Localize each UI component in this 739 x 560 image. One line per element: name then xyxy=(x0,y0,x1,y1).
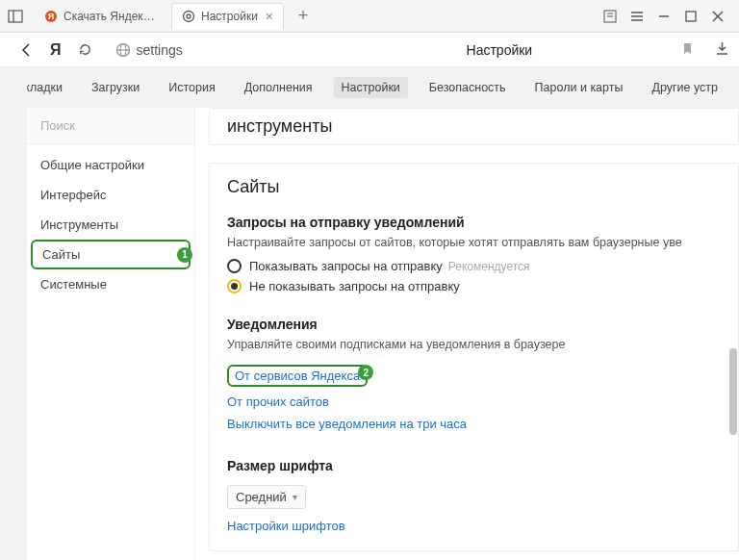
svg-text:Я: Я xyxy=(48,12,54,21)
link-other-sites[interactable]: От прочих сайтов xyxy=(227,395,329,409)
download-icon[interactable] xyxy=(715,41,729,59)
new-tab-button[interactable]: + xyxy=(292,5,315,28)
sidebar-item-label: Сайты xyxy=(42,247,80,262)
search-input[interactable]: Поиск xyxy=(27,108,194,144)
close-button[interactable] xyxy=(704,3,731,30)
topnav-history[interactable]: История xyxy=(161,77,222,98)
topnav-settings[interactable]: Настройки xyxy=(334,77,408,98)
topnav-addons[interactable]: Дополнения xyxy=(237,77,320,98)
topnav-passwords[interactable]: Пароли и карты xyxy=(527,77,631,98)
notifications-heading: Уведомления xyxy=(227,317,721,332)
svg-point-4 xyxy=(184,12,194,22)
close-icon[interactable]: × xyxy=(266,9,273,24)
settings-top-nav: Закладки Загрузки История Дополнения Нас… xyxy=(27,67,739,108)
yandex-logo-icon[interactable]: Я xyxy=(50,41,62,59)
tab-settings[interactable]: Настройки × xyxy=(171,3,284,30)
globe-icon[interactable] xyxy=(115,42,131,58)
sidebar-item-interface[interactable]: Интерфейс xyxy=(27,180,194,210)
url-text[interactable]: settings xyxy=(137,42,183,58)
notifications-subtext: Управляйте своими подписками на уведомле… xyxy=(227,338,721,351)
svg-rect-0 xyxy=(9,11,22,22)
link-disable-notifications[interactable]: Выключить все уведомления на три часа xyxy=(227,417,467,431)
scrollbar[interactable] xyxy=(729,348,737,435)
settings-content: инструменты Сайты Запросы на отправку ув… xyxy=(195,108,739,560)
reload-icon[interactable] xyxy=(75,39,96,61)
radio-icon xyxy=(227,259,242,273)
font-size-heading: Размер шрифта xyxy=(227,458,721,473)
topnav-downloads[interactable]: Загрузки xyxy=(84,77,147,98)
tab-label: Скачать Яндекс.Браузер д xyxy=(64,10,160,23)
chevron-down-icon: ▾ xyxy=(293,492,297,502)
page-title: Настройки xyxy=(467,42,533,58)
topnav-other-devices[interactable]: Другие устр xyxy=(644,77,726,98)
annotation-badge-2: 2 xyxy=(358,365,373,380)
topnav-security[interactable]: Безопасность xyxy=(421,77,514,98)
sidebar-item-general[interactable]: Общие настройки xyxy=(27,150,194,180)
sidebar-item-system[interactable]: Системные xyxy=(27,269,194,299)
tab-label: Настройки xyxy=(201,10,258,23)
content-area: Закладки Загрузки История Дополнения Нас… xyxy=(0,67,739,560)
topnav-bookmarks[interactable]: Закладки xyxy=(27,77,70,98)
section-sites-title: Сайты xyxy=(227,177,721,197)
select-value: Средний xyxy=(236,490,287,504)
link-label: От сервисов Яндекса xyxy=(235,369,360,383)
radio-label: Показывать запросы на отправку xyxy=(249,259,443,273)
maximize-button[interactable] xyxy=(677,3,704,30)
menu-icon[interactable] xyxy=(624,3,650,30)
recommended-label: Рекомендуется xyxy=(448,260,530,273)
font-size-select[interactable]: Средний ▾ xyxy=(227,485,306,509)
settings-sidebar: Поиск Общие настройки Интерфейс Инструме… xyxy=(27,108,195,560)
svg-point-5 xyxy=(187,14,191,18)
sidebar-item-tools[interactable]: Инструменты xyxy=(27,210,194,240)
notification-requests-subtext: Настраивайте запросы от сайтов, которые … xyxy=(227,236,721,249)
reader-icon[interactable] xyxy=(597,3,624,30)
svg-rect-13 xyxy=(686,12,696,21)
titlebar: Я Скачать Яндекс.Браузер д Настройки × + xyxy=(0,0,739,33)
section-tools-title: инструменты xyxy=(227,116,721,137)
link-font-settings[interactable]: Настройки шрифтов xyxy=(227,519,345,533)
radio-show-requests[interactable]: Показывать запросы на отправку Рекоменду… xyxy=(227,259,721,273)
gear-icon xyxy=(182,10,195,23)
link-yandex-services[interactable]: От сервисов Яндекса 2 xyxy=(227,365,368,387)
address-bar: Я settings Настройки xyxy=(0,33,739,67)
sidebar-item-sites[interactable]: Сайты 1 xyxy=(31,240,191,269)
minimize-button[interactable] xyxy=(650,3,677,30)
radio-icon xyxy=(227,279,242,293)
annotation-badge-1: 1 xyxy=(177,247,192,263)
tab-download-yandex[interactable]: Я Скачать Яндекс.Браузер д xyxy=(35,3,169,30)
search-placeholder: Поиск xyxy=(40,118,75,133)
radio-label: Не показывать запросы на отправку xyxy=(249,279,460,293)
bookmark-icon[interactable] xyxy=(681,42,694,58)
radio-hide-requests[interactable]: Не показывать запросы на отправку xyxy=(227,279,721,293)
tab-panel-icon[interactable] xyxy=(8,9,23,24)
notification-requests-heading: Запросы на отправку уведомлений xyxy=(227,215,721,230)
yandex-favicon-icon: Я xyxy=(44,10,58,23)
back-icon[interactable] xyxy=(15,39,37,61)
